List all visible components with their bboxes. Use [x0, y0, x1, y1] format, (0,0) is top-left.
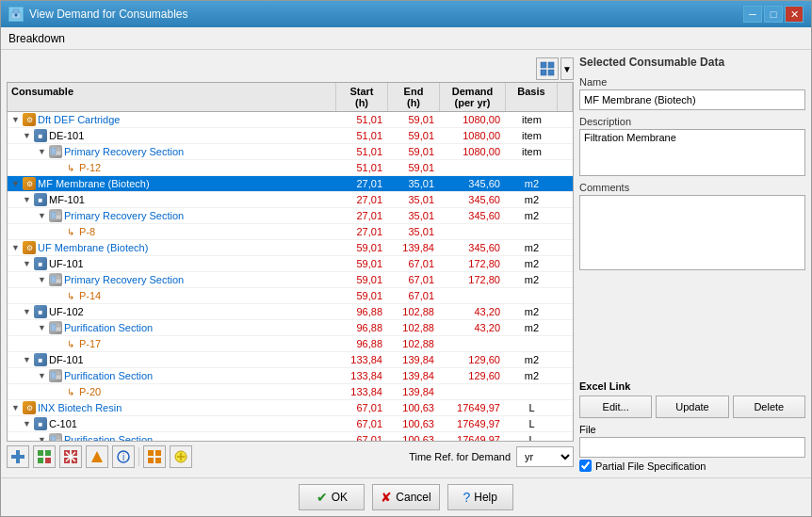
- table-row[interactable]: ▼ Primary Recovery Section 27,01: [8, 208, 573, 224]
- row-end: 35,01: [388, 209, 440, 222]
- toolbar-btn-1[interactable]: [7, 445, 29, 468]
- svg-rect-26: [16, 450, 20, 463]
- window-icon: [8, 7, 24, 22]
- row-end: 102,88: [388, 305, 440, 318]
- table-body[interactable]: ▼ ⚙ Dft DEF Cartridge 51,01 59,01 1080,0…: [8, 112, 573, 441]
- expand-icon[interactable]: ▼: [38, 211, 47, 220]
- row-name: P-12: [79, 162, 101, 173]
- row-basis: [506, 231, 558, 233]
- table-row[interactable]: ▼ Primary Recovery Section 51,01: [8, 144, 573, 160]
- description-field-group: Description Filtration Membrane: [579, 116, 805, 176]
- table-row[interactable]: ▼ ■ UF-101 59,01 67,01 172,80 m2: [8, 256, 573, 272]
- close-button[interactable]: ✕: [785, 6, 804, 23]
- row-demand: 172,80: [440, 273, 506, 286]
- row-end: 139,84: [388, 385, 440, 398]
- table-row[interactable]: ▼ ■ C-101 67,01 100,63 17649,97 L: [8, 416, 573, 432]
- svg-rect-43: [155, 458, 161, 463]
- maximize-button[interactable]: □: [764, 6, 783, 23]
- row-demand: 345,60: [440, 177, 506, 190]
- ok-button[interactable]: ✔ OK: [299, 484, 365, 510]
- table-row[interactable]: ↳ P-12 51,01 59,01: [8, 160, 573, 176]
- expand-icon[interactable]: ▼: [23, 419, 32, 428]
- table-row[interactable]: ▼ ■ MF-101 27,01 35,01 345,60 m2: [8, 192, 573, 208]
- expand-icon[interactable]: ▼: [11, 179, 21, 188]
- row-demand: 43,20: [440, 305, 506, 318]
- expand-icon[interactable]: ▼: [11, 115, 21, 124]
- delete-button[interactable]: Delete: [733, 396, 805, 418]
- row-start: 27,01: [336, 177, 388, 190]
- table-row[interactable]: ▼ ■ UF-102 96,88 102,88 43,20 m2: [8, 304, 573, 320]
- expand-icon[interactable]: ▼: [38, 147, 47, 156]
- update-button[interactable]: Update: [656, 396, 728, 418]
- table-row[interactable]: ▼ ⚙ INX Biotech Resin 67,01 100,63 17649…: [8, 400, 573, 416]
- row-end: 59,01: [388, 129, 440, 142]
- table-row[interactable]: ▼ ⚙ Dft DEF Cartridge 51,01 59,01 1080,0…: [8, 112, 573, 128]
- row-start: 133,84: [336, 385, 388, 398]
- expand-icon[interactable]: ▼: [38, 323, 47, 332]
- table-row[interactable]: ↳ P-20 133,84 139,84: [8, 384, 573, 400]
- expand-icon[interactable]: ▼: [23, 195, 32, 204]
- menu-breakdown[interactable]: Breakdown: [8, 32, 65, 45]
- toolbar-btn-7[interactable]: [170, 445, 192, 468]
- table-header: Consumable Start(h) End(h) Demand(per yr…: [8, 83, 573, 112]
- table-row[interactable]: ▼ ■ DE-101 51,01 59,01 1080,00 item: [8, 128, 573, 144]
- name-field-input[interactable]: [579, 89, 805, 110]
- svg-rect-21: [57, 372, 60, 375]
- toolbar-btn-4[interactable]: [86, 445, 108, 468]
- table-row[interactable]: ▼ Purification Section 133,84: [8, 368, 573, 384]
- description-field-textarea[interactable]: Filtration Membrane: [579, 129, 805, 176]
- file-input[interactable]: [579, 437, 805, 458]
- toolbar-btn-3[interactable]: [59, 445, 82, 468]
- time-ref-select[interactable]: yr batch day month: [516, 446, 574, 467]
- expand-icon[interactable]: ▼: [11, 243, 21, 252]
- table-row[interactable]: ▼ Primary Recovery Section 59,01: [8, 272, 573, 288]
- header-basis: Basis: [506, 83, 558, 111]
- row-name-cell: ↳ P-12: [8, 160, 336, 175]
- row-name: P-8: [79, 226, 95, 237]
- svg-rect-14: [51, 276, 56, 283]
- row-basis: m2: [506, 305, 558, 318]
- cancel-button[interactable]: ✘ Cancel: [372, 484, 439, 510]
- comments-field-textarea[interactable]: [579, 195, 805, 270]
- window-title: View Demand for Consumables: [29, 8, 188, 21]
- table-row[interactable]: ↳ P-14 59,01 67,01: [8, 288, 573, 304]
- table-row[interactable]: ▼ Purification Section 96,88: [8, 320, 573, 336]
- toolbar-btn-2[interactable]: [33, 445, 56, 468]
- partial-file-checkbox[interactable]: [579, 460, 592, 472]
- row-name-cell: ▼ ■ C-101: [8, 416, 336, 431]
- edit-button[interactable]: Edit...: [579, 396, 652, 418]
- toolbar-btn-6[interactable]: [143, 445, 166, 468]
- expand-icon[interactable]: ▼: [23, 259, 32, 268]
- row-start: 67,01: [336, 417, 388, 430]
- header-demand: Demand(per yr): [440, 83, 506, 111]
- expand-icon[interactable]: ▼: [38, 435, 47, 441]
- row-end: 139,84: [388, 241, 440, 254]
- table-row[interactable]: ▼ ⚙ MF Membrane (Biotech) 27,01 35,01 34…: [8, 176, 573, 192]
- dropdown-arrow-button[interactable]: ▼: [560, 57, 574, 80]
- row-start: 133,84: [336, 353, 388, 366]
- row-name-cell: ▼ Primary Recovery Section: [8, 208, 336, 223]
- row-basis: L: [506, 401, 558, 414]
- expand-icon[interactable]: ▼: [23, 131, 32, 140]
- header-scroll: [558, 83, 573, 111]
- toolbar-btn-5[interactable]: i: [112, 445, 135, 468]
- svg-rect-11: [51, 212, 56, 218]
- row-basis: m2: [506, 353, 558, 366]
- table-row[interactable]: ▼ ⚙ UF Membrane (Biotech) 59,01 139,84 3…: [8, 240, 573, 256]
- table-row[interactable]: ↳ P-8 27,01 35,01: [8, 224, 573, 240]
- table-row[interactable]: ▼ Purification Section 67,01: [8, 432, 573, 441]
- help-button[interactable]: ? Help: [447, 484, 513, 510]
- expand-icon[interactable]: ▼: [23, 307, 32, 316]
- expand-icon[interactable]: ▼: [38, 371, 47, 380]
- expand-icon[interactable]: ▼: [23, 355, 32, 364]
- expand-icon[interactable]: ▼: [11, 403, 21, 412]
- cancel-icon: ✘: [381, 490, 392, 505]
- minimize-button[interactable]: ─: [743, 6, 762, 23]
- svg-rect-41: [155, 450, 161, 456]
- row-start: 51,01: [336, 113, 388, 126]
- expand-icon[interactable]: ▼: [38, 275, 47, 284]
- grid-icon-button[interactable]: [536, 57, 559, 80]
- row-name-cell: ▼ Primary Recovery Section: [8, 272, 336, 287]
- table-row[interactable]: ▼ ■ DF-101 133,84 139,84 129,60 m2: [8, 352, 573, 368]
- table-row[interactable]: ↳ P-17 96,88 102,88: [8, 336, 573, 352]
